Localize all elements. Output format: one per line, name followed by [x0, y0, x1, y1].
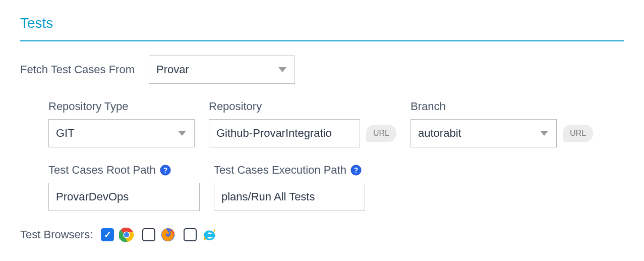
repository-input[interactable]: Github-ProvarIntegratio [209, 119, 360, 147]
fetch-select[interactable]: Provar [149, 56, 295, 84]
chrome-checkbox[interactable] [101, 228, 114, 241]
ie-checkbox[interactable] [184, 228, 197, 241]
fetch-label: Fetch Test Cases From [20, 63, 135, 76]
repository-type-label: Repository Type [48, 100, 195, 113]
ie-icon [202, 227, 217, 242]
repository-url-button[interactable]: URL [366, 125, 396, 142]
help-icon[interactable]: ? [350, 165, 362, 176]
branch-label: Branch [411, 100, 593, 113]
svg-text:?: ? [354, 167, 358, 174]
firefox-icon [160, 227, 175, 242]
repository-type-select[interactable]: GIT [48, 119, 195, 147]
firefox-checkbox[interactable] [142, 228, 155, 241]
help-icon[interactable]: ? [160, 165, 171, 176]
svg-point-6 [124, 232, 129, 237]
svg-text:?: ? [163, 167, 167, 174]
root-path-label: Test Cases Root Path [48, 164, 156, 177]
repository-label: Repository [209, 100, 396, 113]
exec-path-label: Test Cases Execution Path [214, 164, 346, 177]
root-path-input[interactable]: ProvarDevOps [48, 183, 200, 211]
divider [20, 40, 624, 41]
exec-path-input[interactable]: plans/Run All Tests [214, 183, 365, 211]
chrome-icon [119, 227, 134, 242]
branch-url-button[interactable]: URL [563, 125, 593, 142]
branch-select[interactable]: autorabit [411, 119, 557, 147]
browsers-label: Test Browsers: [20, 228, 93, 241]
section-title: Tests [20, 15, 624, 31]
